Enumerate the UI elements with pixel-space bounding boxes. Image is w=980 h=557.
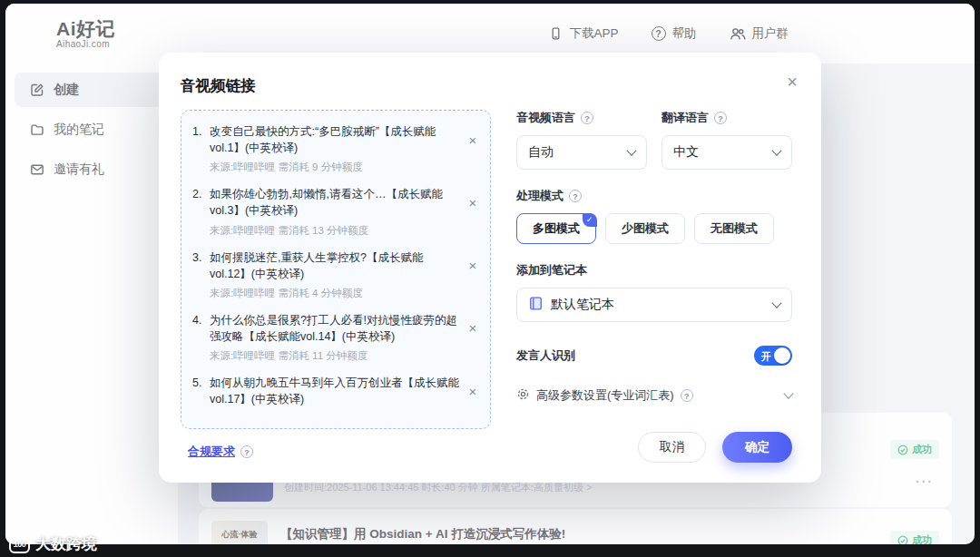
item-meta: 来源:哔哩哔哩 需消耗 4 分钟额度: [192, 287, 479, 300]
remove-item-icon[interactable]: [466, 384, 479, 399]
remove-item-icon[interactable]: [466, 320, 479, 336]
item-title: 如果你雄心勃勃,却懒惰,请看这个…【成长赋能vol.3】(中英校译): [210, 186, 463, 219]
url-list-item: 1. 改变自己最快的方式:“多巴胺戒断”【成长赋能vol.1】(中英校译) 来源…: [192, 123, 479, 174]
item-title: 为什么你总是很累?打工人必看!对抗慢性疲劳的超强攻略【成长赋能vol.14】(中…: [210, 312, 463, 345]
audio-language-field: 音视频语言 自动: [516, 110, 647, 170]
help-circle-icon[interactable]: [569, 190, 582, 202]
audio-video-link-modal: 音视频链接 1. 改变自己最快的方式:“多巴胺戒断”【成长赋能vol.1】(中英…: [159, 53, 821, 483]
watermark: 100 大数跨境: [9, 533, 97, 554]
help-circle-icon[interactable]: [581, 112, 593, 124]
translate-language-select[interactable]: 中文: [662, 135, 792, 170]
mode-section: 处理模式 多图模式 少图模式 无图模式: [516, 188, 792, 244]
translate-language-label: 翻译语言: [662, 110, 792, 126]
item-number: 2.: [192, 186, 206, 202]
help-circle-icon[interactable]: [240, 445, 253, 458]
selected-value: 默认笔记本: [551, 297, 614, 313]
advanced-settings-label: 高级参数设置(专业词汇表): [536, 387, 674, 404]
speaker-label: 发言人识别: [516, 347, 575, 364]
mode-label: 处理模式: [516, 188, 792, 204]
mode-few-image-button[interactable]: 少图模式: [605, 213, 685, 244]
item-number: 4.: [192, 312, 206, 328]
options-panel: 音视频语言 自动 翻译语言: [491, 110, 792, 460]
item-meta: 来源:哔哩哔哩 需消耗 9 分钟额度: [192, 161, 479, 174]
modal-footer: 取消 确定: [638, 432, 792, 463]
translate-language-field: 翻译语言 中文: [662, 110, 792, 170]
item-title: 如何摆脱迷茫,重获人生掌控权?【成长赋能vol.12】(中英校译): [210, 249, 463, 282]
mode-multi-image-button[interactable]: 多图模式: [516, 213, 596, 244]
app-window: Ai好记 AihaoJi.com 下载APP 帮助 用户群 创建 我的: [5, 4, 975, 544]
url-list: 1. 改变自己最快的方式:“多巴胺戒断”【成长赋能vol.1】(中英校译) 来源…: [181, 110, 491, 429]
field-label: 添加到笔记本: [516, 262, 587, 278]
mode-button-label: 少图模式: [622, 220, 669, 237]
modal-title: 音视频链接: [181, 76, 792, 96]
speaker-recognition-row: 发言人识别 开: [516, 346, 792, 366]
remove-item-icon[interactable]: [466, 258, 479, 273]
mode-button-label: 多图模式: [533, 220, 580, 237]
url-list-item: 5. 如何从朝九晚五牛马到年入百万创业者【成长赋能vol.17】(中英校译): [192, 375, 479, 407]
item-number: 5.: [192, 375, 206, 391]
notebook-section: 添加到笔记本 默认笔记本: [516, 262, 792, 322]
compliance-link[interactable]: 合规要求: [188, 444, 235, 460]
field-label: 音视频语言: [516, 110, 575, 126]
url-list-item: 2. 如果你雄心勃勃,却懒惰,请看这个…【成长赋能vol.3】(中英校译) 来源…: [192, 186, 479, 237]
modal-body: 1. 改变自己最快的方式:“多巴胺戒断”【成长赋能vol.1】(中英校译) 来源…: [181, 110, 792, 460]
remove-item-icon[interactable]: [466, 195, 479, 210]
field-label: 翻译语言: [662, 110, 709, 126]
compliance-row: 合规要求: [181, 444, 491, 460]
help-circle-icon[interactable]: [714, 112, 727, 124]
notebook-icon: [528, 296, 544, 314]
chevron-down-icon: [771, 298, 781, 308]
selected-check-icon: [583, 213, 597, 227]
field-label: 处理模式: [516, 188, 564, 204]
toggle-on-label: 开: [761, 350, 771, 364]
chevron-down-icon: [626, 145, 636, 155]
help-circle-icon[interactable]: [681, 389, 693, 402]
url-list-item: 3. 如何摆脱迷茫,重获人生掌控权?【成长赋能vol.12】(中英校译) 来源:…: [192, 249, 479, 300]
confirm-button[interactable]: 确定: [722, 432, 792, 463]
item-title: 改变自己最快的方式:“多巴胺戒断”【成长赋能vol.1】(中英校译): [210, 123, 463, 156]
remove-item-icon[interactable]: [466, 132, 479, 148]
mode-buttons: 多图模式 少图模式 无图模式: [516, 213, 792, 244]
selected-value: 自动: [528, 144, 554, 161]
toggle-knob: [774, 347, 790, 364]
mode-no-image-button[interactable]: 无图模式: [694, 213, 774, 244]
url-list-panel: 1. 改变自己最快的方式:“多巴胺戒断”【成长赋能vol.1】(中英校译) 来源…: [181, 110, 491, 460]
url-list-item: 4. 为什么你总是很累?打工人必看!对抗慢性疲劳的超强攻略【成长赋能vol.14…: [192, 312, 479, 363]
advanced-settings-row[interactable]: 高级参数设置(专业词汇表): [516, 387, 792, 404]
audio-language-select[interactable]: 自动: [516, 135, 647, 170]
notebook-label: 添加到笔记本: [516, 262, 792, 278]
speaker-toggle[interactable]: 开: [754, 346, 792, 366]
chevron-down-icon: [771, 145, 781, 155]
notebook-select[interactable]: 默认笔记本: [516, 288, 792, 322]
gear-icon: [516, 387, 530, 404]
mode-button-label: 无图模式: [710, 220, 758, 237]
item-meta: 来源:哔哩哔哩 需消耗 13 分钟额度: [192, 224, 479, 238]
close-icon[interactable]: [787, 73, 798, 91]
selected-value: 中文: [673, 144, 699, 161]
item-number: 3.: [192, 249, 206, 266]
item-title: 如何从朝九晚五牛马到年入百万创业者【成长赋能vol.17】(中英校译): [210, 375, 463, 407]
watermark-text: 大数跨境: [35, 533, 97, 554]
chevron-down-icon: [783, 388, 793, 398]
cancel-button[interactable]: 取消: [638, 432, 706, 463]
watermark-logo: 100: [9, 535, 30, 553]
item-meta: 来源:哔哩哔哩 需消耗 11 分钟额度: [192, 349, 479, 363]
item-number: 1.: [192, 123, 206, 140]
audio-language-label: 音视频语言: [516, 110, 647, 126]
language-fields: 音视频语言 自动 翻译语言: [516, 110, 792, 170]
